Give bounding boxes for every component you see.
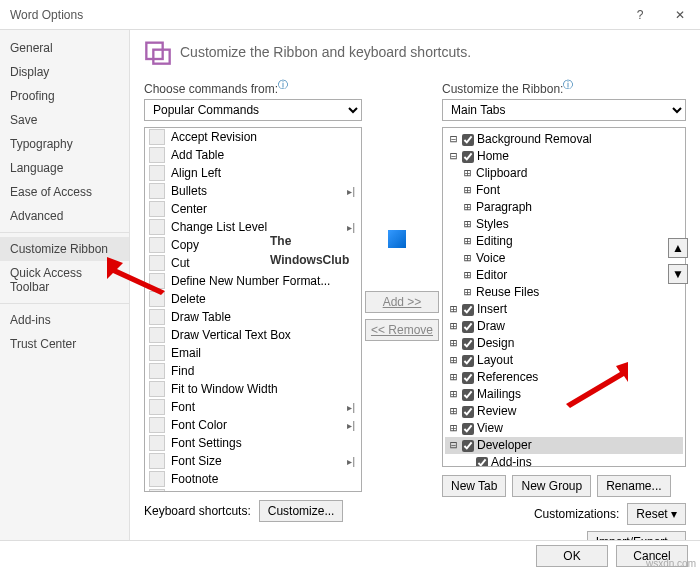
tree-node-paragraph[interactable]: ⊞Paragraph xyxy=(445,199,683,216)
tree-node-editing[interactable]: ⊞Editing xyxy=(445,233,683,250)
tree-twisty-icon[interactable]: ⊟ xyxy=(448,131,459,148)
command-item[interactable]: Copy xyxy=(145,236,361,254)
tree-node-home[interactable]: ⊟Home xyxy=(445,148,683,165)
move-up-button[interactable]: ▲ xyxy=(668,238,688,258)
sidebar-item-typography[interactable]: Typography xyxy=(0,132,129,156)
tree-node-voice[interactable]: ⊞Voice xyxy=(445,250,683,267)
tree-checkbox[interactable] xyxy=(462,372,474,384)
help-button[interactable]: ? xyxy=(620,0,660,30)
tree-checkbox[interactable] xyxy=(462,134,474,146)
command-item[interactable]: Font▸| xyxy=(145,398,361,416)
sidebar-item-language[interactable]: Language xyxy=(0,156,129,180)
tree-twisty-icon[interactable]: ⊞ xyxy=(462,267,473,284)
tree-checkbox[interactable] xyxy=(462,304,474,316)
tree-twisty-icon[interactable]: ⊞ xyxy=(448,386,459,403)
tree-node-editor[interactable]: ⊞Editor xyxy=(445,267,683,284)
sidebar-item-proofing[interactable]: Proofing xyxy=(0,84,129,108)
tree-node-layout[interactable]: ⊞Layout xyxy=(445,352,683,369)
tree-twisty-icon[interactable]: ⊞ xyxy=(448,369,459,386)
sidebar-item-trust-center[interactable]: Trust Center xyxy=(0,332,129,356)
tree-twisty-icon[interactable]: ⊞ xyxy=(462,199,473,216)
sidebar-item-add-ins[interactable]: Add-ins xyxy=(0,308,129,332)
remove-button[interactable]: << Remove xyxy=(365,319,439,341)
move-down-button[interactable]: ▼ xyxy=(668,264,688,284)
tree-checkbox[interactable] xyxy=(462,423,474,435)
tree-twisty-icon[interactable]: ⊞ xyxy=(462,182,473,199)
tree-node-background-removal[interactable]: ⊟Background Removal xyxy=(445,131,683,148)
sidebar-item-ease-of-access[interactable]: Ease of Access xyxy=(0,180,129,204)
tree-twisty-icon[interactable]: ⊞ xyxy=(462,233,473,250)
commands-listbox[interactable]: Accept RevisionAdd TableAlign LeftBullet… xyxy=(144,127,362,492)
command-item[interactable]: Change List Level▸| xyxy=(145,218,361,236)
command-item[interactable]: Font Settings xyxy=(145,434,361,452)
sidebar-item-save[interactable]: Save xyxy=(0,108,129,132)
command-item[interactable]: Bullets▸| xyxy=(145,182,361,200)
tree-checkbox[interactable] xyxy=(462,338,474,350)
tree-checkbox[interactable] xyxy=(462,151,474,163)
command-item[interactable]: Accept Revision xyxy=(145,128,361,146)
choose-commands-dropdown[interactable]: Popular Commands xyxy=(144,99,362,121)
close-button[interactable]: ✕ xyxy=(660,0,700,30)
tree-node-reuse-files[interactable]: ⊞Reuse Files xyxy=(445,284,683,301)
sidebar-item-quick-access-toolbar[interactable]: Quick Access Toolbar xyxy=(0,261,129,299)
sidebar-item-display[interactable]: Display xyxy=(0,60,129,84)
sidebar-item-advanced[interactable]: Advanced xyxy=(0,204,129,228)
customize-ribbon-dropdown[interactable]: Main Tabs xyxy=(442,99,686,121)
tree-twisty-icon[interactable]: ⊟ xyxy=(448,437,459,454)
tree-twisty-icon[interactable]: ⊞ xyxy=(462,284,473,301)
tree-twisty-icon[interactable]: ⊟ xyxy=(448,148,459,165)
command-item[interactable]: Align Left xyxy=(145,164,361,182)
command-item[interactable]: Delete xyxy=(145,290,361,308)
tree-twisty-icon[interactable]: ⊞ xyxy=(462,165,473,182)
rename-button[interactable]: Rename... xyxy=(597,475,670,497)
add-button[interactable]: Add >> xyxy=(365,291,439,313)
command-item[interactable]: Add Table xyxy=(145,146,361,164)
tree-twisty-icon[interactable]: ⊞ xyxy=(448,335,459,352)
command-item[interactable]: Cut xyxy=(145,254,361,272)
command-item[interactable]: Font Color▸| xyxy=(145,416,361,434)
tree-checkbox[interactable] xyxy=(462,321,474,333)
sidebar-item-general[interactable]: General xyxy=(0,36,129,60)
tree-twisty-icon[interactable]: ⊞ xyxy=(462,216,473,233)
command-item[interactable]: Footnote xyxy=(145,470,361,488)
tree-node-mailings[interactable]: ⊞Mailings xyxy=(445,386,683,403)
tree-node-developer[interactable]: ⊟Developer xyxy=(445,437,683,454)
new-tab-button[interactable]: New Tab xyxy=(442,475,506,497)
command-item[interactable]: Format Painter xyxy=(145,488,361,492)
tree-checkbox[interactable] xyxy=(462,389,474,401)
tree-twisty-icon[interactable]: ⊞ xyxy=(448,420,459,437)
command-item[interactable]: Define New Number Format... xyxy=(145,272,361,290)
tree-node-design[interactable]: ⊞Design xyxy=(445,335,683,352)
tree-checkbox[interactable] xyxy=(476,457,488,468)
tree-twisty-icon[interactable]: ⊞ xyxy=(462,250,473,267)
ribbon-tree[interactable]: ⊟Background Removal⊟Home⊞Clipboard⊞Font⊞… xyxy=(442,127,686,467)
tree-node-view[interactable]: ⊞View xyxy=(445,420,683,437)
tree-node-styles[interactable]: ⊞Styles xyxy=(445,216,683,233)
tree-checkbox[interactable] xyxy=(462,440,474,452)
reset-button[interactable]: Reset ▾ xyxy=(627,503,686,525)
command-item[interactable]: Font Size▸| xyxy=(145,452,361,470)
tree-twisty-icon[interactable]: ⊞ xyxy=(448,301,459,318)
customize-shortcuts-button[interactable]: Customize... xyxy=(259,500,344,522)
tree-twisty-icon[interactable]: ⊞ xyxy=(448,403,459,420)
tree-node-add-ins[interactable]: Add-ins xyxy=(445,454,683,467)
tree-checkbox[interactable] xyxy=(462,355,474,367)
sidebar-item-customize-ribbon[interactable]: Customize Ribbon xyxy=(0,237,129,261)
command-item[interactable]: Find xyxy=(145,362,361,380)
command-item[interactable]: Fit to Window Width xyxy=(145,380,361,398)
tree-twisty-icon[interactable]: ⊞ xyxy=(448,318,459,335)
tree-node-draw[interactable]: ⊞Draw xyxy=(445,318,683,335)
tree-checkbox[interactable] xyxy=(462,406,474,418)
tree-node-insert[interactable]: ⊞Insert xyxy=(445,301,683,318)
command-item[interactable]: Draw Vertical Text Box xyxy=(145,326,361,344)
tree-node-font[interactable]: ⊞Font xyxy=(445,182,683,199)
tree-node-clipboard[interactable]: ⊞Clipboard xyxy=(445,165,683,182)
tree-node-references[interactable]: ⊞References xyxy=(445,369,683,386)
command-item[interactable]: Email xyxy=(145,344,361,362)
tree-twisty-icon[interactable]: ⊞ xyxy=(448,352,459,369)
command-item[interactable]: Draw Table xyxy=(145,308,361,326)
command-item[interactable]: Center xyxy=(145,200,361,218)
tree-node-review[interactable]: ⊞Review xyxy=(445,403,683,420)
new-group-button[interactable]: New Group xyxy=(512,475,591,497)
ok-button[interactable]: OK xyxy=(536,545,608,567)
